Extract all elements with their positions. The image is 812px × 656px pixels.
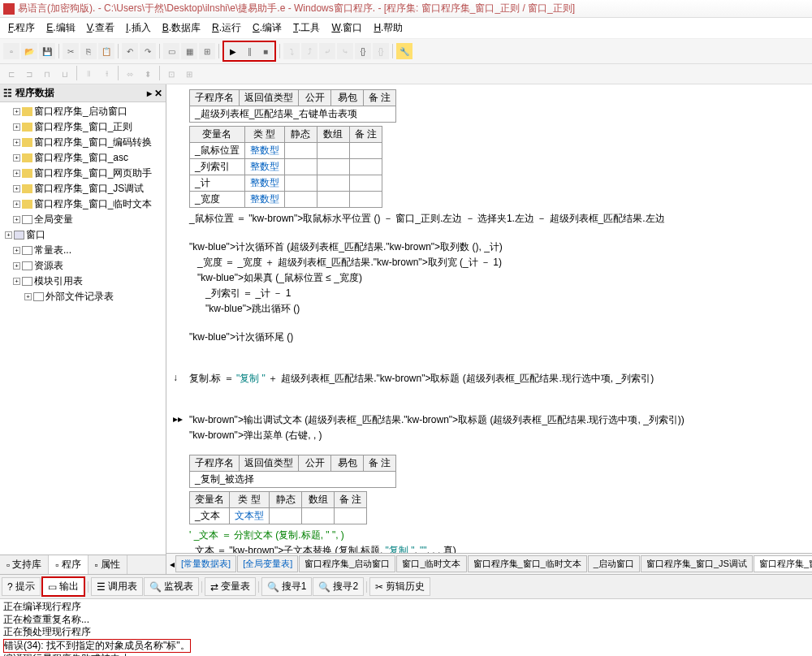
code-line[interactable]: "kw-blue">跳出循环 () [189,301,810,317]
tree-toggle-icon[interactable]: + [13,262,20,270]
menu-item[interactable]: C.编译 [248,19,287,37]
tree-toggle-icon[interactable]: + [13,139,20,146]
tree-toggle-icon[interactable]: + [24,293,32,300]
code-line[interactable] [189,227,810,240]
side-tab[interactable]: ▫程序 [49,555,88,574]
code-line[interactable]: _鼠标位置 ＝ "kw-brown">取鼠标水平位置 () － 窗口_正则.左边… [189,211,810,227]
tree-item[interactable]: +窗口 [2,227,164,243]
brace-icon[interactable]: {} [355,43,371,59]
tree-item[interactable]: +窗口程序集_窗口_网页助手 [2,166,164,181]
bottom-tab[interactable]: 🔍搜寻1 [261,577,313,596]
doc-tab[interactable]: 窗口程序集_窗口_正则 [754,555,812,572]
code-line[interactable]: ↓复制.标 ＝ "复制 " ＋ 超级列表框_匹配结果."kw-brown">取标… [189,371,810,386]
project-tree[interactable]: +窗口程序集_启动窗口+窗口程序集_窗口_正则+窗口程序集_窗口_编码转换+窗口… [0,102,166,555]
stop-icon[interactable]: ■ [257,43,274,59]
tree-toggle-icon[interactable]: + [13,201,20,208]
code-line[interactable]: ' _文本 ＝ 分割文本 (复制.标题, " ", ) [189,528,810,543]
bottom-tab[interactable]: ✂剪辑历史 [369,577,430,596]
pause-icon[interactable]: ‖ [241,43,257,59]
tree-toggle-icon[interactable]: + [13,185,20,192]
bottom-tab[interactable]: ☰调用表 [91,577,143,596]
tree-toggle-icon[interactable]: + [13,247,20,254]
step3-icon[interactable]: ⤶ [319,43,335,59]
tree-item[interactable]: +窗口程序集_窗口_asc [2,150,164,166]
code-line[interactable]: _宽度 ＝ _宽度 ＋ 超级列表框_匹配结果."kw-brown">取列宽 (_… [189,255,810,270]
tree-item[interactable]: +窗口程序集_窗口_编码转换 [2,135,164,150]
doc-tab[interactable]: 窗口_临时文本 [396,555,466,572]
doc-tab[interactable]: [全局变量表] [237,555,298,572]
cut-icon[interactable]: ✂ [63,43,79,59]
code-line[interactable]: "kw-blue">如果真 (_鼠标位置 ≤ _宽度) [189,270,810,286]
tab-nav-left[interactable]: ◂ [170,559,175,570]
code-line[interactable]: "kw-blue">计次循环首 (超级列表框_匹配结果."kw-brown">取… [189,240,810,255]
tree-toggle-icon[interactable]: + [5,231,12,239]
tree-item[interactable]: +全局变量 [2,212,164,227]
bottom-tab[interactable]: ?提示 [2,577,41,596]
menu-item[interactable]: H.帮助 [369,19,408,37]
brace2-icon[interactable]: {} [373,43,389,59]
tree-item[interactable]: +资源表 [2,258,164,274]
code-line[interactable] [189,317,810,330]
doc-tab[interactable]: _启动窗口 [588,555,640,572]
tool-icon[interactable]: 🔧 [396,43,412,59]
code-line[interactable] [189,345,810,358]
side-tab[interactable]: ▫属性 [89,555,127,574]
tree-item[interactable]: +窗口程序集_窗口_临时文本 [2,196,164,212]
code-line[interactable]: "kw-brown">弹出菜单 (右键, , ) [189,428,810,443]
tree-toggle-icon[interactable]: + [13,216,20,223]
step4-icon[interactable]: ⤷ [337,43,353,59]
tree-item[interactable]: +窗口程序集_启动窗口 [2,104,164,119]
menu-item[interactable]: T.工具 [288,19,325,37]
doc-tab[interactable]: [常量数据表] [175,555,236,572]
code-line[interactable] [189,399,810,412]
tree-item[interactable]: +外部文件记录表 [2,289,164,304]
open-icon[interactable]: 📂 [21,43,37,59]
bottom-tab[interactable]: 🔍监视表 [144,577,199,596]
run-icon[interactable]: ▶ [225,43,241,59]
tree-item[interactable]: +窗口程序集_窗口_正则 [2,119,164,135]
code-line[interactable]: _文本 ＝ "kw-brown">子文本替换 (复制.标题, "复制 ", ""… [189,543,810,553]
tab-icon: ? [7,581,13,593]
doc-tab[interactable]: 窗口程序集_窗口_JS调试 [641,555,753,572]
tree-toggle-icon[interactable]: + [13,170,20,177]
step-icon[interactable]: ⤵ [283,43,300,59]
menu-item[interactable]: F.程序 [3,19,40,37]
sidebar-controls[interactable]: ▸ ✕ [147,88,162,99]
code-line[interactable]: "kw-blue">计次循环尾 () [189,330,810,345]
step2-icon[interactable]: ⤴ [301,43,317,59]
bottom-tab[interactable]: 🔍搜寻2 [313,577,364,596]
doc-tab[interactable]: 窗口程序集_窗口_临时文本 [468,555,587,572]
menu-item[interactable]: I.插入 [121,19,156,37]
copy-icon[interactable]: ⎘ [80,43,97,59]
save-icon[interactable]: 💾 [39,43,55,59]
tree-toggle-icon[interactable]: + [13,154,20,162]
new-icon[interactable]: ▫ [3,43,19,59]
redo-icon[interactable]: ↷ [140,43,156,59]
grid-icon[interactable]: ⊞ [199,43,215,59]
code-line[interactable] [189,358,810,371]
paste-icon[interactable]: 📋 [98,43,114,59]
code-line[interactable]: _列索引 ＝ _计 － 1 [189,286,810,301]
output-area[interactable]: 正在编译现行程序正在检查重复名称...正在预处理现行程序错误(34): 找不到指… [0,599,812,656]
menu-item[interactable]: R.运行 [207,19,246,37]
tree-item[interactable]: +常量表... [2,243,164,258]
menu-item[interactable]: W.窗口 [326,19,367,37]
undo-icon[interactable]: ↶ [122,43,138,59]
doc-tab[interactable]: 窗口程序集_启动窗口 [299,555,395,572]
side-tab[interactable]: ▫支持库 [0,555,49,574]
tree-toggle-icon[interactable]: + [13,123,20,131]
tree-item[interactable]: +窗口程序集_窗口_JS调试 [2,181,164,196]
bottom-tab[interactable]: ⇄变量表 [205,577,256,596]
code-line[interactable]: ▸▸"kw-brown">输出调试文本 (超级列表框_匹配结果."kw-brow… [189,412,810,428]
menu-item[interactable]: E.编辑 [41,19,80,37]
menu-item[interactable]: V.查看 [82,19,119,37]
tree-toggle-icon[interactable]: + [13,108,20,115]
bottom-tab[interactable]: ▭输出 [41,576,85,597]
code-line[interactable] [189,386,810,399]
menu-item[interactable]: B.数据库 [158,19,205,37]
tree-item[interactable]: +模块引用表 [2,274,164,289]
tree-toggle-icon[interactable]: + [13,278,20,285]
code-content[interactable]: 子程序名返回值类型公开易包备 注_超级列表框_匹配结果_右键单击表项 变量名类 … [166,84,812,553]
form-icon[interactable]: ▦ [181,43,197,59]
window-icon[interactable]: ▭ [163,43,179,59]
